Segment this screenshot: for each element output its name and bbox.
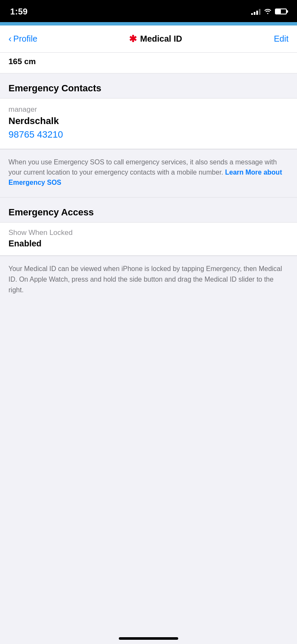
contact-name: Nerdschalk bbox=[8, 116, 289, 127]
battery-icon bbox=[275, 8, 287, 14]
emergency-sos-info-text: When you use Emergency SOS to call emerg… bbox=[8, 158, 282, 186]
emergency-access-title: Emergency Access bbox=[8, 207, 94, 217]
locked-label: Show When Locked bbox=[8, 229, 289, 237]
status-time: 1:59 bbox=[10, 7, 28, 17]
page-title: Medical ID bbox=[140, 34, 182, 44]
contact-relation: manager bbox=[8, 105, 289, 114]
show-when-locked-card: Show When Locked Enabled bbox=[0, 222, 297, 256]
status-bar: 1:59 bbox=[0, 0, 297, 22]
emergency-contacts-section-header: Emergency Contacts bbox=[0, 73, 297, 98]
nav-bar: ‹ Profile ✱ Medical ID Edit bbox=[0, 25, 297, 53]
edit-button[interactable]: Edit bbox=[274, 34, 289, 44]
locked-value: Enabled bbox=[8, 239, 289, 249]
wifi-icon bbox=[264, 8, 272, 15]
emergency-sos-info-box: When you use Emergency SOS to call emerg… bbox=[0, 149, 297, 198]
back-button[interactable]: ‹ Profile bbox=[8, 34, 37, 44]
status-icons bbox=[251, 8, 287, 15]
contact-phone[interactable]: 98765 43210 bbox=[8, 129, 289, 140]
height-value: 165 cm bbox=[8, 57, 36, 66]
home-indicator[interactable] bbox=[119, 637, 178, 640]
medical-id-locked-info-text: Your Medical ID can be viewed when iPhon… bbox=[8, 265, 282, 294]
medical-id-locked-info-box: Your Medical ID can be viewed when iPhon… bbox=[0, 256, 297, 305]
back-label: Profile bbox=[13, 34, 37, 44]
emergency-contacts-title: Emergency Contacts bbox=[8, 83, 101, 93]
emergency-access-section-header: Emergency Access bbox=[0, 198, 297, 222]
medical-asterisk-icon: ✱ bbox=[129, 34, 137, 45]
emergency-contact-card: manager Nerdschalk 98765 43210 bbox=[0, 98, 297, 149]
nav-title: ✱ Medical ID bbox=[129, 34, 182, 45]
home-indicator-area bbox=[0, 629, 297, 644]
accent-bar bbox=[0, 22, 297, 25]
truncated-height-section: 165 cm bbox=[0, 53, 297, 73]
signal-bars-icon bbox=[251, 8, 261, 15]
chevron-left-icon: ‹ bbox=[8, 34, 11, 44]
